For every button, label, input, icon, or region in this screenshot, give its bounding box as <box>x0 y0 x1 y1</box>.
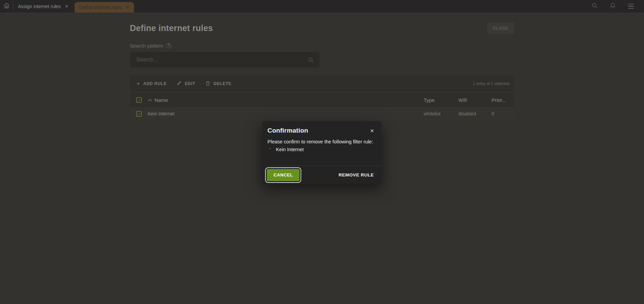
bullet-icon: ▪ <box>269 147 270 150</box>
dialog-footer: CANCEL REMOVE RULE <box>262 166 381 184</box>
rule-list: ▪ Kein Internet <box>267 147 376 152</box>
dialog-close-icon[interactable]: ✕ <box>368 127 376 135</box>
dialog-body: Please confirm to remove the following f… <box>262 135 381 152</box>
dialog-header: Confirmation ✕ <box>262 121 381 135</box>
dialog-title: Confirmation <box>267 127 308 134</box>
dialog-message: Please confirm to remove the following f… <box>267 139 376 144</box>
confirmation-dialog: Confirmation ✕ Please confirm to remove … <box>262 121 381 184</box>
rule-list-item: ▪ Kein Internet <box>267 147 376 152</box>
cancel-button[interactable]: CANCEL <box>267 169 300 181</box>
remove-rule-button[interactable]: REMOVE RULE <box>336 169 377 181</box>
rule-name: Kein Internet <box>276 147 304 152</box>
